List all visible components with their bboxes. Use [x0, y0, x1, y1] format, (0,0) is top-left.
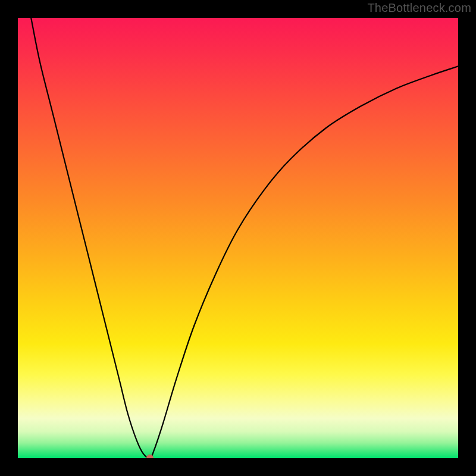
watermark-text: TheBottleneck.com [367, 1, 471, 15]
bottleneck-curve [31, 18, 458, 458]
plot-area [18, 18, 458, 458]
chart-frame: TheBottleneck.com [0, 0, 476, 476]
curve-svg [18, 18, 458, 458]
